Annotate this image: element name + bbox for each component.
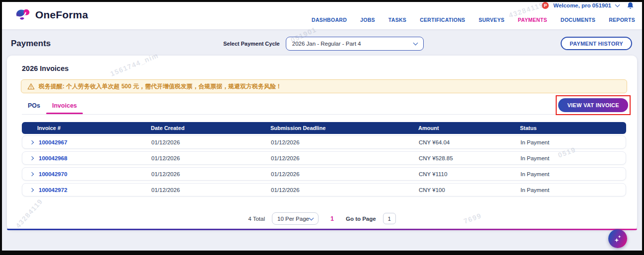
main-nav: DASHBOARDJOBSTASKSCERTIFICATIONSSURVEYSP… <box>312 17 635 23</box>
warning-text: 税务提醒: 个人劳务收入单次超 500 元，需代开增值税发票，合规票据，规避双方… <box>39 82 282 91</box>
chevron-down-icon <box>309 215 314 220</box>
invoice-link[interactable]: 100042968 <box>39 155 67 161</box>
oneforma-logo-icon <box>14 6 31 23</box>
payment-history-button[interactable]: PAYMENT HISTORY <box>561 37 632 50</box>
cell-amount: CNY ¥100 <box>419 187 520 193</box>
invoice-cell: 100042968 <box>22 155 151 161</box>
cell-status: In Payment <box>520 155 626 161</box>
invoice-cell: 100042967 <box>22 139 151 145</box>
cell-submission-deadline: 01/12/2026 <box>271 155 419 161</box>
invoice-cell: 100042972 <box>22 187 151 193</box>
cell-date-created: 01/12/2026 <box>151 187 271 193</box>
bell-icon[interactable] <box>627 1 634 10</box>
payment-cycle-select[interactable]: 2026 Jan - Regular - Part 4 <box>286 37 424 51</box>
cell-status: In Payment <box>520 187 626 193</box>
app-window: OneForma P Welcome, pro 051901 DASHBOARD… <box>0 0 644 255</box>
nav-item-surveys[interactable]: SURVEYS <box>479 17 505 23</box>
invoice-link[interactable]: 100042972 <box>39 187 67 193</box>
chevron-down-icon[interactable] <box>615 2 620 7</box>
cell-status: In Payment <box>520 139 626 145</box>
user-menu[interactable]: P Welcome, pro 051901 <box>542 0 634 10</box>
tabs: POsInvoices <box>22 99 626 115</box>
header-cell: Date Created <box>151 125 270 131</box>
highlight-box: VIEW VAT INVOICE <box>556 95 631 115</box>
cell-submission-deadline: 01/12/2026 <box>271 171 419 177</box>
nav-item-jobs[interactable]: JOBS <box>360 17 375 23</box>
page-title: Payments <box>11 39 51 49</box>
table-row[interactable]: 10004297201/12/202601/12/2026CNY ¥100In … <box>22 183 626 196</box>
header-cell: Invoice # <box>22 125 151 131</box>
chevron-right-icon[interactable] <box>30 140 34 144</box>
warning-icon <box>27 83 35 90</box>
cell-date-created: 01/12/2026 <box>151 155 271 161</box>
table-header: Invoice #Date CreatedSubmission Deadline… <box>22 122 626 134</box>
top-bar: OneForma P Welcome, pro 051901 DASHBOARD… <box>2 2 642 29</box>
cell-amount: CNY ¥1110 <box>419 171 520 177</box>
payment-cycle-group: Select Payment Cycle 2026 Jan - Regular … <box>223 37 424 51</box>
page-header: Payments Select Payment Cycle 2026 Jan -… <box>11 37 636 52</box>
chevron-right-icon[interactable] <box>30 188 34 191</box>
cell-submission-deadline: 01/12/2026 <box>271 139 419 145</box>
nav-item-payments[interactable]: PAYMENTS <box>518 17 547 23</box>
sparkles-icon <box>613 234 623 244</box>
table-row[interactable]: 10004296701/12/202601/12/2026CNY ¥64.04I… <box>22 135 626 149</box>
nav-item-documents[interactable]: DOCUMENTS <box>561 17 595 23</box>
invoice-cell: 100042970 <box>22 171 151 177</box>
tax-warning-banner: 税务提醒: 个人劳务收入单次超 500 元，需代开增值税发票，合规票据，规避双方… <box>21 79 627 93</box>
header-cell: Amount <box>418 125 520 131</box>
table-row[interactable]: 10004297001/12/202601/12/2026CNY ¥1110In… <box>22 167 626 181</box>
welcome-text[interactable]: Welcome, pro 051901 <box>553 2 611 8</box>
per-page-select[interactable]: 10 Per Page <box>272 212 319 225</box>
payment-cycle-value: 2026 Jan - Regular - Part 4 <box>292 41 361 47</box>
header-cell: Submission Deadline <box>270 125 418 131</box>
table-row[interactable]: 10004296801/12/202601/12/2026CNY ¥528.85… <box>22 151 626 165</box>
tab-invoices[interactable]: Invoices <box>46 99 83 113</box>
chevron-right-icon[interactable] <box>30 172 34 176</box>
cell-submission-deadline: 01/12/2026 <box>271 187 419 193</box>
tab-pos[interactable]: POs <box>22 99 46 113</box>
total-count: 4 Total <box>248 216 265 222</box>
avatar[interactable]: P <box>542 2 549 9</box>
brand: OneForma <box>14 6 88 23</box>
table-body: 10004296701/12/202601/12/2026CNY ¥64.04I… <box>22 135 626 199</box>
goto-page-input[interactable] <box>383 213 396 224</box>
nav-item-certifications[interactable]: CERTIFICATIONS <box>420 17 465 23</box>
cell-amount: CNY ¥64.04 <box>419 139 520 145</box>
current-page[interactable]: 1 <box>330 215 334 222</box>
brand-name: OneForma <box>35 9 88 21</box>
cell-date-created: 01/12/2026 <box>151 139 271 145</box>
nav-item-reports[interactable]: REPORTS <box>609 17 635 23</box>
nav-item-tasks[interactable]: TASKS <box>388 17 406 23</box>
pagination: 4 Total 10 Per Page 1 Go to Page <box>7 212 637 225</box>
header-cell: Status <box>520 125 626 131</box>
card-title: 2026 Invoices <box>22 64 68 72</box>
cell-amount: CNY ¥528.85 <box>419 155 520 161</box>
invoice-link[interactable]: 100042970 <box>39 171 67 177</box>
invoice-link[interactable]: 100042967 <box>39 139 67 145</box>
view-vat-invoice-button[interactable]: VIEW VAT INVOICE <box>558 98 628 112</box>
nav-item-dashboard[interactable]: DASHBOARD <box>312 17 347 23</box>
cell-status: In Payment <box>520 171 626 177</box>
cell-date-created: 01/12/2026 <box>151 171 271 177</box>
goto-page-label: Go to Page <box>346 216 376 222</box>
per-page-value: 10 Per Page <box>277 216 309 222</box>
invoices-card: 2026 Invoices 税务提醒: 个人劳务收入单次超 500 元，需代开增… <box>7 56 637 230</box>
chevron-down-icon <box>413 41 418 46</box>
assistant-fab[interactable] <box>608 229 627 248</box>
chevron-right-icon[interactable] <box>30 156 34 160</box>
payment-cycle-label: Select Payment Cycle <box>223 41 280 47</box>
